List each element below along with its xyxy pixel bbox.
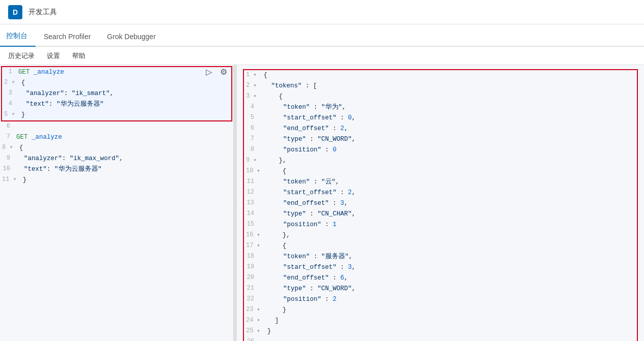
response-line: 25 ▾ } [244, 326, 637, 337]
left-editor-panel[interactable]: ▷ ⚙ 1 GET _analyze 2 ▾ { 3 "analyzer": "… [0, 65, 234, 341]
response-line: 17 ▾ { [244, 241, 637, 252]
tab-search-profiler[interactable]: Search Profiler [36, 27, 99, 47]
response-line: 12 "start_offset" : 2, [244, 188, 637, 198]
run-button[interactable]: ▷ [204, 66, 214, 78]
avatar: D [8, 5, 22, 19]
config-button[interactable]: ⚙ [218, 66, 229, 78]
top-bar: D 开发工具 [0, 0, 644, 24]
response-line: 14 "type" : "CN_CHAR", [244, 209, 637, 220]
nav-tabs: 控制台 Search Profiler Grok Debugger [0, 24, 644, 47]
code-line: 2 ▾ { [2, 78, 231, 88]
code-line: 9 "analyzer": "ik_max_word", [0, 153, 233, 164]
code-line: 7 GET _analyze [0, 132, 233, 143]
response-line: 2 ▾ "tokens" : [ [244, 81, 637, 91]
response-code-view: 1 ▾ { 2 ▾ "tokens" : [ 3 ▾ { 4 "token" :… [244, 70, 637, 341]
left-code-editor[interactable]: 1 GET _analyze 2 ▾ { 3 "analyzer": "ik_s… [0, 66, 233, 185]
response-line: 10 ▾ { [244, 166, 637, 177]
code-line: 10 "text": "华为云服务器" [0, 164, 233, 175]
response-line: 7 "type" : "CN_WORD", [244, 134, 637, 145]
app-title: 开发工具 [28, 8, 57, 17]
response-line: 18 "token" : "服务器", [244, 252, 637, 262]
editor-actions: ▷ ⚙ [204, 66, 229, 78]
code-line: 5 ▾ } [2, 110, 231, 120]
code-line: 8 ▾ { [0, 143, 233, 153]
tab-console[interactable]: 控制台 [0, 26, 36, 47]
help-button[interactable]: 帮助 [70, 49, 87, 63]
tab-grok-debugger[interactable]: Grok Debugger [99, 27, 164, 47]
response-line: 5 "start_offset" : 0, [244, 113, 637, 123]
response-line: 16 ▾ }, [244, 230, 637, 241]
response-line: 26 [244, 337, 637, 341]
settings-button[interactable]: 设置 [45, 49, 62, 63]
response-line: 23 ▾ } [244, 305, 637, 316]
history-button[interactable]: 历史记录 [6, 49, 37, 63]
response-line: 22 "position" : 2 [244, 294, 637, 305]
code-line: 1 GET _analyze [2, 67, 231, 78]
response-line: 24 ▾ ] [244, 316, 637, 326]
response-line: 6 "end_offset" : 2, [244, 123, 637, 134]
response-line: 9 ▾ }, [244, 156, 637, 166]
response-line: 11 "token" : "云", [244, 177, 637, 188]
response-line: 15 "position" : 1 [244, 220, 637, 230]
code-line: 3 "analyzer": "ik_smart", [2, 88, 231, 99]
response-line: 4 "token" : "华为", [244, 102, 637, 113]
toolbar: 历史记录 设置 帮助 [0, 47, 644, 65]
response-line: 19 "start_offset" : 3, [244, 262, 637, 273]
response-line: 8 "position" : 0 [244, 145, 637, 156]
code-line: 4 "text": "华为云服务器" [2, 99, 231, 110]
response-content: 1 ▾ { 2 ▾ "tokens" : [ 3 ▾ { 4 "token" :… [243, 69, 638, 341]
right-response-panel: 1 ▾ { 2 ▾ "tokens" : [ 3 ▾ { 4 "token" :… [237, 65, 644, 341]
main-layout: ▷ ⚙ 1 GET _analyze 2 ▾ { 3 "analyzer": "… [0, 65, 644, 341]
code-line: 11 ▾ } [0, 175, 233, 185]
response-line: 20 "end_offset" : 6, [244, 273, 637, 284]
response-line: 21 "type" : "CN_WORD", [244, 284, 637, 294]
response-line: 1 ▾ { [244, 70, 637, 81]
response-line: 3 ▾ { [244, 91, 637, 102]
response-line: 13 "end_offset" : 3, [244, 198, 637, 209]
code-line: 6 [0, 121, 233, 132]
